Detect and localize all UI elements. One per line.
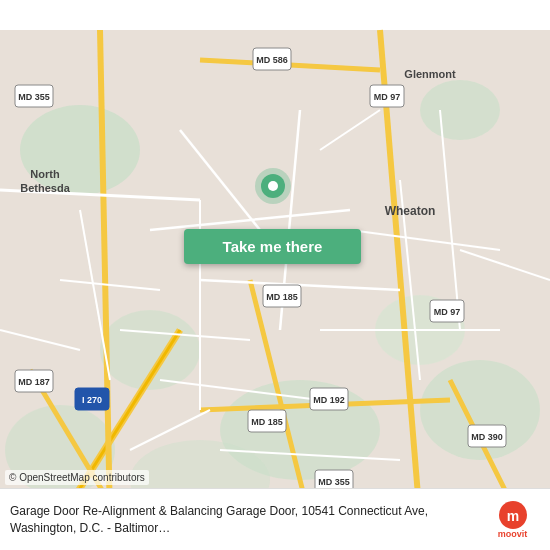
- copyright-text: © OpenStreetMap contributors: [5, 470, 149, 485]
- svg-text:Wheaton: Wheaton: [385, 204, 436, 218]
- svg-text:MD 97: MD 97: [434, 307, 461, 317]
- svg-point-65: [268, 181, 278, 191]
- svg-text:MD 355: MD 355: [18, 92, 50, 102]
- svg-text:North: North: [30, 168, 60, 180]
- svg-text:MD 187: MD 187: [18, 377, 50, 387]
- take-me-there-button[interactable]: Take me there: [184, 229, 361, 264]
- moovit-label: moovit: [498, 529, 528, 539]
- moovit-icon: m: [499, 501, 527, 529]
- svg-text:I 270: I 270: [82, 395, 102, 405]
- svg-text:MD 185: MD 185: [266, 292, 298, 302]
- bottom-bar: Garage Door Re-Alignment & Balancing Gar…: [0, 488, 550, 550]
- svg-text:MD 192: MD 192: [313, 395, 345, 405]
- svg-text:MD 185: MD 185: [251, 417, 283, 427]
- svg-text:MD 355: MD 355: [318, 477, 350, 487]
- map-pin: [255, 168, 291, 204]
- svg-text:Bethesda: Bethesda: [20, 182, 70, 194]
- svg-text:m: m: [506, 508, 518, 524]
- map-background: MD 355 MD 586 MD 97 MD 97 MD 185 MD 185 …: [0, 0, 550, 550]
- svg-text:MD 390: MD 390: [471, 432, 503, 442]
- svg-text:MD 97: MD 97: [374, 92, 401, 102]
- svg-text:MD 586: MD 586: [256, 55, 288, 65]
- map-container: MD 355 MD 586 MD 97 MD 97 MD 185 MD 185 …: [0, 0, 550, 550]
- svg-text:Glenmont: Glenmont: [404, 68, 456, 80]
- svg-point-2: [420, 80, 500, 140]
- moovit-logo[interactable]: m moovit: [485, 501, 540, 539]
- location-description: Garage Door Re-Alignment & Balancing Gar…: [10, 503, 477, 537]
